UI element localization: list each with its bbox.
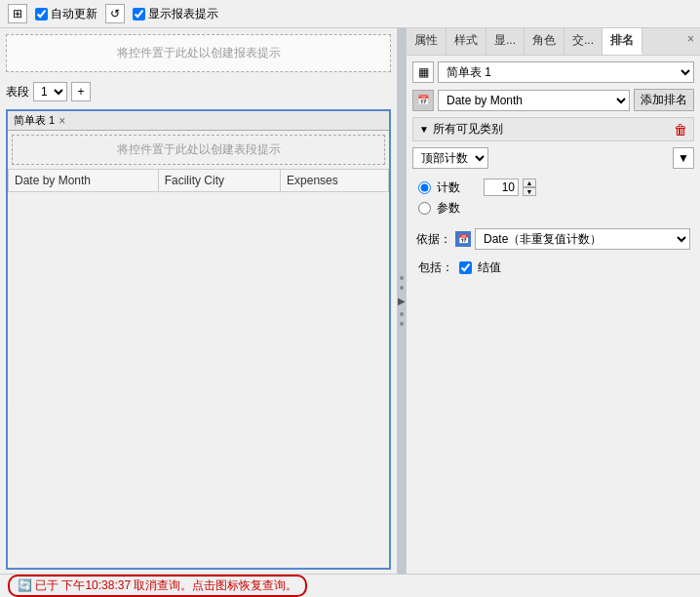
count-spinner[interactable]: ▲ ▼ — [523, 179, 536, 196]
tab-role[interactable]: 角色 — [525, 28, 564, 55]
yiju-label: 依据： — [416, 231, 451, 248]
refresh-icon: ↺ — [110, 7, 120, 20]
table-row — [9, 257, 389, 278]
col-expenses: Expenses — [281, 170, 389, 192]
refresh-button[interactable]: ↺ — [105, 4, 125, 23]
status-bar: 🔄 已于 下午10:38:37 取消查询。点击图标恢复查询。 — [0, 574, 700, 597]
collapse-arrow-icon: ▶ — [398, 296, 406, 306]
count-input[interactable] — [484, 179, 519, 196]
yiju-row: 依据： 📅 Date（非重复值计数） — [412, 226, 694, 252]
col-date: Date by Month — [9, 170, 159, 192]
tab-style[interactable]: 样式 — [447, 28, 486, 55]
yiju-select[interactable]: Date（非重复值计数） — [475, 228, 690, 250]
show-tips-checkbox[interactable] — [133, 8, 145, 20]
section-row: 表段 1 + — [0, 78, 397, 105]
table-row — [9, 214, 389, 235]
collapse-dot — [400, 286, 404, 290]
right-panel: 属性 样式 显... 角色 交... 排名 × ▦ 简单表 1 📅 Date b… — [406, 28, 700, 574]
col-city: Facility City — [158, 170, 280, 192]
top-count-dropdown-icon[interactable]: ▼ — [673, 147, 694, 169]
show-tips-label[interactable]: 显示报表提示 — [133, 6, 218, 22]
table-row — [9, 278, 389, 299]
table-select-row: ▦ 简单表 1 — [412, 61, 694, 83]
left-panel: 将控件置于此处以创建报表提示 表段 1 + 简单表 1 × 将控件置于此处以创建… — [0, 28, 398, 574]
collapse-dot — [400, 312, 404, 316]
status-text: 已于 下午10:38:37 取消查询。点击图标恢复查询。 — [35, 578, 297, 592]
top-count-select[interactable]: 顶部计数 — [412, 147, 488, 169]
table-body — [9, 192, 389, 407]
date-row: 📅 Date by Month 添加排名 — [412, 89, 694, 111]
table-row — [9, 321, 389, 342]
right-content: ▦ 简单表 1 📅 Date by Month 添加排名 ▼ 所有可见类别 — [407, 56, 700, 574]
table-close-button[interactable]: × — [58, 114, 65, 128]
calendar-icon: 📅 — [412, 90, 434, 111]
section-header: ▼ 所有可见类别 🗑 — [412, 117, 694, 141]
date-select[interactable]: Date by Month — [438, 90, 630, 111]
tab-properties[interactable]: 属性 — [407, 28, 447, 55]
tab-display[interactable]: 显... — [486, 28, 525, 55]
status-highlight: 🔄 已于 下午10:38:37 取消查询。点击图标恢复查询。 — [8, 575, 307, 597]
status-icon: 🔄 — [18, 578, 32, 592]
table-row — [9, 385, 389, 407]
delete-section-button[interactable]: 🗑 — [674, 122, 687, 138]
collapse-dot — [400, 322, 404, 326]
count-radio[interactable] — [418, 181, 431, 194]
expand-button[interactable]: ⊞ — [8, 4, 27, 23]
yiju-calendar-icon: 📅 — [455, 231, 471, 247]
table-select[interactable]: 简单表 1 — [438, 61, 694, 83]
plus-icon: + — [77, 85, 84, 99]
table-row — [9, 299, 389, 321]
count-mode-group: 计数 ▲ ▼ 参数 — [412, 175, 694, 220]
table-header-row: Date by Month Facility City Expenses — [9, 170, 389, 192]
param-radio[interactable] — [418, 202, 431, 215]
table-drop-zone[interactable]: 将控件置于此处以创建表段提示 — [12, 135, 385, 165]
table-row — [9, 192, 389, 214]
table-tab: 简单表 1 × — [8, 111, 389, 131]
table-icon: ▦ — [412, 61, 434, 83]
auto-update-label[interactable]: 自动更新 — [35, 6, 97, 22]
section-select[interactable]: 1 — [33, 82, 67, 101]
tab-interact[interactable]: 交... — [564, 28, 603, 55]
triangle-icon: ▼ — [419, 124, 429, 135]
count-radio-row: 计数 ▲ ▼ — [418, 179, 688, 196]
report-drop-zone[interactable]: 将控件置于此处以创建报表提示 — [6, 34, 391, 72]
spin-up-button[interactable]: ▲ — [523, 179, 536, 187]
top-toolbar: ⊞ 自动更新 ↺ 显示报表提示 — [0, 0, 700, 28]
top-count-row: 顶部计数 ▼ — [412, 147, 694, 169]
data-table: Date by Month Facility City Expenses — [8, 169, 389, 407]
right-tabs: 属性 样式 显... 角色 交... 排名 × — [407, 28, 700, 56]
table-row — [9, 342, 389, 364]
collapse-dot — [400, 276, 404, 280]
baokuo-checkbox[interactable] — [459, 261, 472, 274]
table-row — [9, 235, 389, 257]
main-area: 将控件置于此处以创建报表提示 表段 1 + 简单表 1 × 将控件置于此处以创建… — [0, 28, 700, 574]
table-row — [9, 364, 389, 385]
auto-update-checkbox[interactable] — [35, 8, 48, 20]
table-scroll[interactable]: Date by Month Facility City Expenses — [8, 169, 389, 568]
add-sort-button[interactable]: 添加排名 — [634, 89, 694, 111]
tab-rank[interactable]: 排名 — [603, 28, 642, 55]
table-container: 简单表 1 × 将控件置于此处以创建表段提示 Date by Month Fac… — [6, 109, 391, 570]
add-section-button[interactable]: + — [71, 82, 91, 101]
collapse-bar[interactable]: ▶ — [398, 28, 406, 574]
spin-down-button[interactable]: ▼ — [523, 187, 536, 196]
param-radio-row: 参数 — [418, 200, 688, 217]
expand-icon: ⊞ — [13, 7, 22, 20]
count-input-row: ▲ ▼ — [484, 179, 536, 196]
baokuo-row: 包括： 结值 — [412, 258, 694, 278]
right-panel-close-button[interactable]: × — [681, 28, 700, 55]
